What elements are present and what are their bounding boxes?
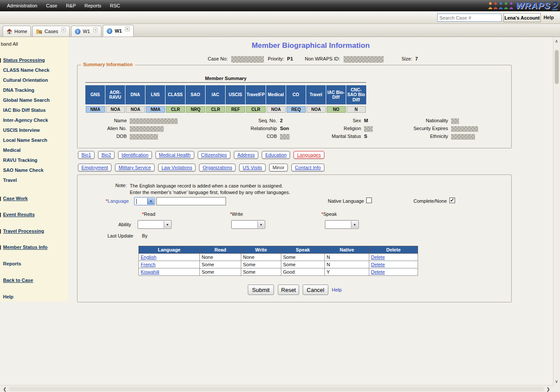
tab-organizations[interactable]: Organizations: [199, 164, 236, 171]
write-ability-select[interactable]: ▼: [231, 220, 265, 229]
menu-reports[interactable]: Reports: [80, 0, 106, 11]
sidebar-item-dna-tracking[interactable]: DNA Tracking: [3, 87, 34, 93]
search-case-input[interactable]: [437, 13, 502, 22]
native-language-checkbox[interactable]: [366, 198, 372, 203]
table-row: French Some Some Some N Delete: [139, 261, 418, 268]
submit-button[interactable]: Submit: [248, 285, 274, 295]
tab-medical-health[interactable]: Medical Health: [155, 151, 194, 159]
tab-us-visits[interactable]: US Visits: [239, 164, 265, 171]
chevron-down-icon[interactable]: ▼: [257, 221, 264, 228]
sidebar-item-uscis-interview[interactable]: USCIS Interview: [3, 127, 40, 133]
dob-field: DOB: [78, 134, 158, 140]
sidebar-item-global-name-search[interactable]: Global Name Search: [3, 97, 50, 103]
scroll-down-icon[interactable]: ∨: [553, 378, 560, 384]
tab-law-violations[interactable]: Law Violations: [158, 164, 196, 171]
tab-home[interactable]: Home: [3, 26, 31, 37]
language-link[interactable]: Kiswahili: [139, 268, 200, 276]
sidebar-item-event-results[interactable]: Event Results: [3, 212, 35, 217]
scroll-left-icon[interactable]: ❮: [2, 386, 8, 392]
tab-employment[interactable]: Employment: [78, 164, 111, 171]
status-column-uscis: USCIS REF: [226, 85, 246, 113]
sidebar-item-iac-bio-diff-status[interactable]: IAC Bio Diff Status: [3, 107, 46, 113]
dob-redacted: [130, 134, 158, 140]
help-link-top[interactable]: Help: [543, 15, 554, 20]
cancel-button[interactable]: Cancel: [303, 285, 328, 295]
sidebar-item-status-processing[interactable]: Status Processing: [3, 57, 45, 63]
reset-button[interactable]: Reset: [278, 285, 299, 295]
close-icon[interactable]: ×: [125, 27, 130, 31]
size-value: 7: [415, 56, 418, 61]
chevron-down-icon[interactable]: ▼: [351, 221, 358, 228]
sidebar-item-help[interactable]: Help: [3, 294, 13, 299]
close-icon[interactable]: ×: [93, 27, 98, 32]
chevron-down-icon[interactable]: ▼: [164, 221, 171, 228]
menu-case[interactable]: Case: [42, 0, 62, 11]
language-link[interactable]: French: [139, 261, 200, 268]
tab-military-service[interactable]: Military Service: [115, 164, 155, 171]
tab-citizenships[interactable]: Citizenships: [198, 151, 230, 159]
workspace: band All Status Processing CLASS Name Ch…: [0, 37, 553, 385]
name-field: Name: [78, 118, 178, 124]
complete-none-checkbox[interactable]: ✓: [449, 198, 455, 203]
scroll-right-icon[interactable]: ❯: [545, 386, 551, 392]
speak-ability-select[interactable]: ▼: [325, 220, 359, 229]
status-column-aor-ravu: AOR-RAVU NOA: [105, 85, 125, 113]
relationship-value: Son: [280, 126, 289, 131]
form-help-link[interactable]: Help: [332, 287, 342, 292]
bio-tabs-row2: Employment Military Service Law Violatio…: [78, 164, 324, 171]
menu-rsc[interactable]: RSC: [106, 0, 125, 11]
vertical-scrollbar[interactable]: ∧ ∨: [553, 37, 560, 385]
menu-rp[interactable]: R&P: [61, 0, 80, 11]
sidebar-item-case-work[interactable]: Case Work: [3, 196, 28, 201]
sidebar-item-travel[interactable]: Travel: [3, 178, 17, 183]
status-badge: NMA: [146, 106, 165, 113]
sidebar-item-travel-processing[interactable]: Travel Processing: [3, 228, 44, 234]
chevron-down-icon[interactable]: ▼: [147, 198, 154, 204]
language-select[interactable]: ▼: [134, 197, 155, 205]
sidebar-item-cultural-orientation[interactable]: Cultural Orientation: [3, 77, 48, 83]
sidebar-item-sao-name-check[interactable]: SAO Name Check: [3, 168, 44, 173]
priority-value: P1: [287, 56, 293, 61]
tab-languages[interactable]: Languages: [293, 151, 324, 159]
tab-identification[interactable]: Identification: [118, 151, 152, 159]
read-ability-select[interactable]: ▼: [138, 220, 172, 229]
sidebar-item-class-name-check[interactable]: CLASS Name Check: [3, 67, 49, 73]
tab-bio2[interactable]: Bio2: [98, 151, 115, 159]
complete-none-label: Complete/None: [388, 198, 447, 204]
account-button[interactable]: Lena's Account: [503, 13, 541, 22]
tab-cases[interactable]: Cases ×: [32, 26, 70, 37]
sidebar-item-inter-agency-check[interactable]: Inter-Agency Check: [3, 117, 48, 123]
language-link[interactable]: English: [139, 254, 200, 261]
vertical-scroll-thumb[interactable]: [555, 50, 559, 84]
sidebar-item-member-status-info[interactable]: Member Status Info: [3, 245, 47, 250]
cases-folder-icon: [36, 29, 42, 34]
tab-bio1[interactable]: Bio1: [78, 151, 94, 159]
status-column-class: CLASS CLR: [165, 85, 186, 113]
tab-education[interactable]: Education: [262, 151, 290, 159]
delete-link[interactable]: Delete: [369, 261, 418, 268]
language-text-input[interactable]: [156, 197, 226, 205]
close-icon[interactable]: ×: [61, 27, 66, 32]
nationality-label: Nationality: [382, 118, 448, 123]
menu-administration[interactable]: Administration: [3, 0, 42, 11]
tab-w1[interactable]: i W1 ×: [71, 26, 101, 37]
tab-contact-info[interactable]: Contact Info: [291, 164, 324, 171]
tab-w1-active[interactable]: i W1 ×: [103, 25, 133, 37]
horizontal-scroll-thumb[interactable]: [9, 387, 544, 391]
expand-all-link[interactable]: band All: [1, 41, 18, 47]
sidebar-item-medical[interactable]: Medical: [3, 147, 20, 153]
marital-status-label: Marital Status: [304, 134, 361, 139]
tab-address[interactable]: Address: [234, 151, 258, 159]
horizontal-scrollbar[interactable]: ❮ ❯: [0, 385, 553, 392]
status-badge: REF: [226, 106, 245, 113]
tab-minor[interactable]: Minor: [269, 164, 288, 171]
delete-link[interactable]: Delete: [369, 268, 418, 276]
status-column-iac-bio-diff: IAC Bio-Diff NO: [326, 85, 346, 113]
sidebar-item-back-to-case[interactable]: Back to Case: [3, 278, 33, 283]
size-field: Size: 7: [401, 56, 418, 61]
sidebar-item-local-name-search[interactable]: Local Name Search: [3, 137, 47, 143]
sidebar-item-ravu-tracking[interactable]: RAVU Tracking: [3, 157, 37, 163]
scroll-up-icon[interactable]: ∧: [553, 38, 560, 44]
delete-link[interactable]: Delete: [369, 254, 418, 261]
sidebar-item-reports[interactable]: Reports: [3, 261, 21, 266]
